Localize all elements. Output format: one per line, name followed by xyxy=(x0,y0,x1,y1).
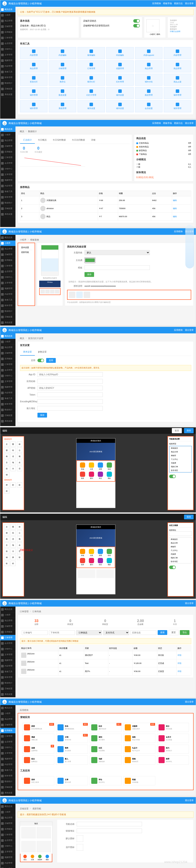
tab-nav[interactable]: 底部导航 xyxy=(20,250,32,255)
component-空白[interactable]: 空 xyxy=(17,466,22,471)
sidebar-item[interactable]: 装修工具 xyxy=(0,669,15,675)
sidebar-item[interactable]: 视频管理 xyxy=(0,658,15,663)
dropdown-option[interactable]: 秒杀专区 xyxy=(169,560,192,563)
dropdown-option[interactable]: 优惠券 xyxy=(169,552,192,556)
tab-basic[interactable]: 基本设置 xyxy=(20,245,32,250)
sidebar-item[interactable]: 视频管理 xyxy=(0,178,15,183)
sidebar-item-overview[interactable]: 概况总览 xyxy=(0,7,15,12)
sidebar-item[interactable]: 内容管理 xyxy=(0,663,15,669)
template-input[interactable] xyxy=(85,265,150,270)
sidebar-item[interactable]: 文章管理 xyxy=(0,652,15,658)
component-秒杀[interactable]: 秒 xyxy=(10,482,16,488)
sidebar-item[interactable]: 订单管理 xyxy=(0,155,15,160)
api-field[interactable] xyxy=(37,379,103,383)
sidebar-item[interactable]: 商品管理 xyxy=(0,138,15,144)
sidebar-item-settings[interactable]: 店铺设置 xyxy=(0,86,15,92)
component-公告[interactable]: 公 xyxy=(17,447,22,453)
component-积分[interactable]: 积 xyxy=(10,561,16,566)
marketing-app[interactable]: 新人新人专享 xyxy=(56,755,88,765)
sidebar-item[interactable]: 概况总览 xyxy=(0,333,15,339)
sidebar-item[interactable]: 概况总览 xyxy=(0,804,15,809)
nav-name-input[interactable] xyxy=(77,822,142,826)
component-搜索[interactable]: 搜 xyxy=(4,447,9,453)
tool-item[interactable]: 商品管理 xyxy=(20,60,47,72)
nav-modules[interactable]: 应用模块 xyxy=(152,2,161,5)
tab-detail[interactable]: 详细 xyxy=(88,137,98,144)
tool-item[interactable]: 首页幻灯 xyxy=(20,74,47,86)
sidebar-item[interactable]: 财务管理 xyxy=(0,675,15,680)
tool-item[interactable]: 城市分站 xyxy=(135,74,162,86)
component-轮播[interactable]: 轮 xyxy=(10,447,16,453)
sidebar-item[interactable]: 会员管理 xyxy=(0,367,15,373)
icon-upload-active[interactable] xyxy=(77,844,83,850)
component-优惠[interactable]: 优 xyxy=(10,536,16,541)
component-视频[interactable]: 视 xyxy=(17,454,22,459)
component-轮播[interactable]: 轮 xyxy=(10,530,16,535)
sidebar-item[interactable]: 会员管理 xyxy=(0,641,15,646)
sidebar-item[interactable]: 应用模块 xyxy=(0,629,15,635)
marketing-app[interactable]: 包邮满额包邮 xyxy=(90,755,122,765)
nav-templates[interactable]: 模板市场 xyxy=(163,2,172,5)
maintenance-toggle[interactable] xyxy=(133,24,140,28)
enable-toggle[interactable] xyxy=(37,359,44,362)
tab-params[interactable]: 参数设置 xyxy=(35,349,50,355)
component-公告[interactable]: 公 xyxy=(17,530,22,535)
sidebar-item[interactable]: 订单管理 xyxy=(0,263,15,269)
sidebar-item[interactable]: 内容管理 xyxy=(0,183,15,189)
sidebar-item[interactable]: 小程序 xyxy=(0,241,15,246)
dropdown-option[interactable]: 我的订单 xyxy=(170,465,191,469)
sidebar-item[interactable]: 店铺管理 xyxy=(0,722,15,728)
marketing-app[interactable]: 推荐推荐有礼 xyxy=(157,755,189,765)
sidebar-item[interactable]: 财务管理 xyxy=(0,773,15,779)
dropdown-option[interactable]: 商品分类 xyxy=(170,450,191,454)
dropdown-option[interactable]: 购物车 xyxy=(170,454,191,458)
sidebar-item[interactable]: 装修工具 xyxy=(0,297,15,303)
save-button[interactable]: 保存 xyxy=(184,428,194,433)
marketing-app[interactable]: 礼品卡电子礼品卡 xyxy=(123,745,155,754)
nav-logout[interactable]: 退出登录 xyxy=(185,2,194,5)
status-tab[interactable]: 1今日 xyxy=(173,619,177,626)
marketing-app[interactable]: 社区社区团购 xyxy=(90,745,122,754)
tool-item[interactable]: 城市设置 xyxy=(106,87,134,99)
sidebar-item[interactable]: 概况总览 xyxy=(0,126,15,132)
prop-toggle[interactable] xyxy=(169,566,176,569)
tool-item[interactable]: 订单管理 xyxy=(77,60,105,72)
sidebar-item[interactable]: 视频管理 xyxy=(0,286,15,291)
tool-item[interactable]: 内容Appoint xyxy=(135,47,162,59)
sidebar-item[interactable]: 店铺管理 xyxy=(0,350,15,356)
sidebar-item[interactable]: 分销中心 xyxy=(0,373,15,379)
sidebar-item[interactable]: 分销中心 xyxy=(0,275,15,280)
sidebar-item[interactable]: 会员管理 xyxy=(0,838,15,843)
marketing-app[interactable]: 优惠券满减优惠券推荐 xyxy=(123,723,155,732)
api-field[interactable] xyxy=(37,372,103,377)
marketing-app[interactable]: 满减满额立减 xyxy=(23,734,54,743)
marketing-app[interactable]: 直播直播带货新 xyxy=(23,745,54,754)
sidebar-item-members[interactable]: 会员管理 xyxy=(0,41,15,46)
sidebar-item[interactable]: 小程序 xyxy=(0,711,15,716)
status-tab[interactable]: 0待发货 xyxy=(67,619,73,626)
sidebar-item[interactable]: 店铺管理 xyxy=(0,144,15,149)
component-表单[interactable]: 表 xyxy=(17,542,22,548)
marketing-app[interactable]: 客服在线客服 xyxy=(123,776,155,785)
dropdown-option[interactable]: 商城首页 xyxy=(169,537,192,541)
component-标题[interactable]: 标 xyxy=(17,524,22,529)
component-秒杀[interactable]: 秒 xyxy=(17,555,22,560)
marketing-app[interactable]: 秒杀限时限量抢购推荐 xyxy=(56,723,88,732)
sidebar-item[interactable]: 商品管理 xyxy=(0,815,15,821)
dropdown-option[interactable]: 个人中心 xyxy=(170,458,191,461)
tab-visit[interactable]: 今日访问数据 xyxy=(69,137,88,144)
component-搜索[interactable]: 搜 xyxy=(4,530,9,535)
component-文本[interactable]: 文 xyxy=(4,441,9,447)
tool-item[interactable]: 商品管理 xyxy=(135,60,162,72)
component-按钮[interactable]: 按 xyxy=(4,549,9,554)
sidebar-item[interactable]: 小程序 xyxy=(0,809,15,815)
sidebar-item[interactable]: 应用模块 xyxy=(0,728,15,734)
component-分割[interactable]: 分 xyxy=(10,466,16,471)
sidebar-item[interactable]: 内容管理 xyxy=(0,860,15,866)
tab-basic[interactable]: 基本设置 xyxy=(20,349,35,355)
marketing-app[interactable]: 助力好友助力 xyxy=(157,745,189,754)
api-field[interactable] xyxy=(37,393,103,397)
sidebar-item[interactable]: 应用模块 xyxy=(0,356,15,362)
api-field[interactable] xyxy=(37,406,103,410)
tool-item[interactable]: 城市设置 xyxy=(106,100,134,112)
